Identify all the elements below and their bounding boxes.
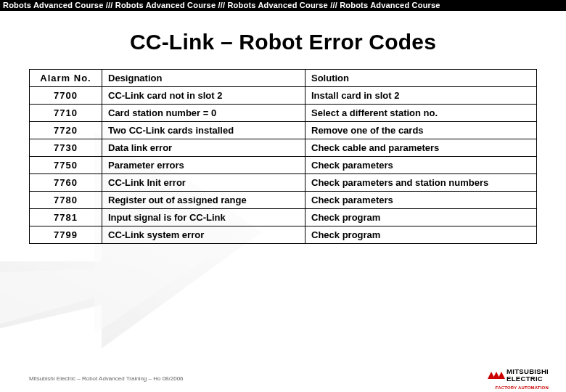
footer-text: Mitsubishi Electric – Robot Advanced Tra… <box>29 375 184 382</box>
cell-designation: Data link error <box>102 139 305 157</box>
cell-alarm: 7700 <box>30 87 102 105</box>
table-row: 7720 Two CC-Link cards installed Remove … <box>30 122 537 139</box>
cell-solution: Remove one of the cards <box>305 122 537 139</box>
cell-solution: Check parameters and station numbers <box>305 174 537 192</box>
cell-designation: CC-Link Init error <box>102 174 305 192</box>
cell-solution: Check parameters <box>305 157 537 174</box>
table-row: 7780 Register out of assigned range Chec… <box>30 192 537 209</box>
cell-solution: Install card in slot 2 <box>305 87 537 105</box>
cell-alarm: 7780 <box>30 192 102 209</box>
cell-designation: CC-Link card not in slot 2 <box>102 87 305 105</box>
cell-solution: Select a different station no. <box>305 105 537 122</box>
col-solution: Solution <box>305 70 537 87</box>
cell-alarm: 7720 <box>30 122 102 139</box>
col-alarm-no: Alarm No. <box>30 70 102 87</box>
mitsubishi-logo: MITSUBISHI ELECTRIC <box>488 368 549 382</box>
page-title: CC-Link – Robot Error Codes <box>0 30 566 54</box>
table-row: 7710 Card station number = 0 Select a di… <box>30 105 537 122</box>
error-codes-table: Alarm No. Designation Solution 7700 CC-L… <box>29 69 537 244</box>
cell-designation: Input signal is for CC-Link <box>102 209 305 226</box>
cell-alarm: 7730 <box>30 139 102 157</box>
table-row: 7760 CC-Link Init error Check parameters… <box>30 174 537 192</box>
cell-alarm: 7781 <box>30 209 102 226</box>
table-row: 7750 Parameter errors Check parameters <box>30 157 537 174</box>
cell-solution: Check program <box>305 209 537 226</box>
error-codes-table-wrap: Alarm No. Designation Solution 7700 CC-L… <box>29 69 537 244</box>
cell-solution: Check cable and parameters <box>305 139 537 157</box>
cell-alarm: 7760 <box>30 174 102 192</box>
cell-solution: Check program <box>305 226 537 244</box>
cell-designation: Card station number = 0 <box>102 105 305 122</box>
cell-designation: Register out of assigned range <box>102 192 305 209</box>
table-row: 7799 CC-Link system error Check program <box>30 226 537 244</box>
cell-alarm: 7750 <box>30 157 102 174</box>
logo-text-line2: ELECTRIC <box>506 375 549 383</box>
logo-subtitle: FACTORY AUTOMATION <box>496 385 549 390</box>
cell-alarm: 7710 <box>30 105 102 122</box>
table-row: 7730 Data link error Check cable and par… <box>30 139 537 157</box>
cell-solution: Check parameters <box>305 192 537 209</box>
cell-designation: CC-Link system error <box>102 226 305 244</box>
cell-designation: Parameter errors <box>102 157 305 174</box>
table-row: 7700 CC-Link card not in slot 2 Install … <box>30 87 537 105</box>
table-header-row: Alarm No. Designation Solution <box>30 70 537 87</box>
col-designation: Designation <box>102 70 305 87</box>
header-bar: Robots Advanced Course /// Robots Advanc… <box>0 0 566 11</box>
cell-alarm: 7799 <box>30 226 102 244</box>
mitsubishi-diamonds-icon <box>488 372 503 379</box>
table-row: 7781 Input signal is for CC-Link Check p… <box>30 209 537 226</box>
cell-designation: Two CC-Link cards installed <box>102 122 305 139</box>
